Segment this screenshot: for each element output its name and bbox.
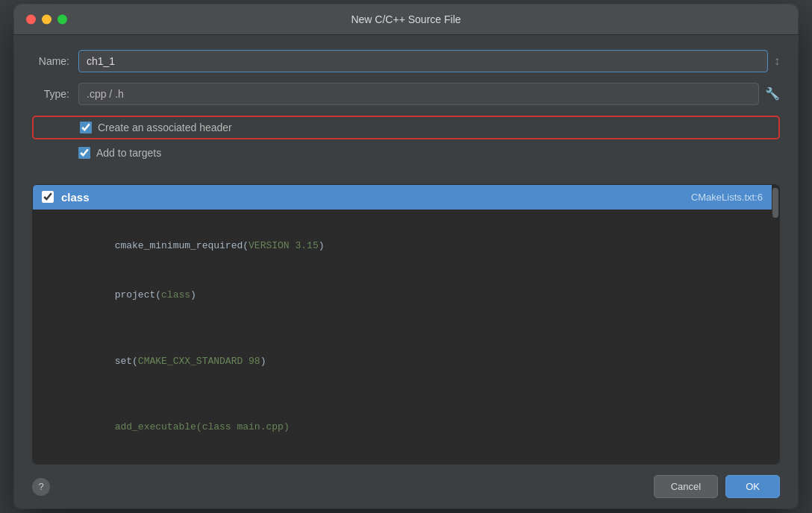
code-line-1: cmake_minimum_required(VERSION 3.15) [45,221,760,271]
create-header-row: Create an associated header [32,116,780,139]
code-line-2: project(class) [45,271,760,320]
code-line-5 [45,386,760,403]
maximize-button[interactable] [57,14,67,24]
create-header-label: Create an associated header [98,122,232,133]
code-paren-close: ) [319,240,325,251]
cancel-button[interactable]: Cancel [654,475,718,498]
code-line-6: add_executable(class main.cpp) [45,403,760,452]
name-input-wrapper: ↕ [78,50,780,72]
name-input[interactable] [78,50,768,72]
type-select-wrapper: .cpp / .h .cpp only .h only 🔧 [78,83,780,105]
add-to-targets-label: Add to targets [96,147,161,159]
code-text: cmake_minimum_required( [115,240,249,251]
help-button[interactable]: ? [32,478,50,496]
code-line-3 [45,320,760,336]
code-project-text: project( [115,289,161,300]
titlebar: New C/C++ Source File [14,4,798,35]
content-area: Name: ↕ Type: .cpp / .h .cpp only .h onl… [14,35,798,181]
code-set-arg: CMAKE_CXX_STANDARD 98 [138,356,260,367]
type-label: Type: [32,88,69,100]
sort-icon[interactable]: ↕ [774,54,780,68]
type-row: Type: .cpp / .h .cpp only .h only 🔧 [32,83,780,105]
target-file-ref: CMakeLists.txt:6 [691,192,763,203]
target-checkbox[interactable] [42,191,54,203]
add-to-targets-checkbox[interactable] [78,147,90,159]
minimize-button[interactable] [42,14,51,24]
code-set-paren: ) [260,356,266,367]
code-set-text: set( [115,356,138,367]
close-button[interactable] [26,14,36,24]
targets-content: class CMakeLists.txt:6 cmake_minimum_req… [33,185,772,464]
dialog: New C/C++ Source File Name: ↕ Type: .cpp… [14,4,798,509]
target-name: class [61,191,684,204]
name-label: Name: [32,55,69,67]
footer: ? Cancel OK [14,465,798,509]
footer-actions: Cancel OK [654,475,780,498]
ok-button[interactable]: OK [725,475,780,498]
dialog-title: New C/C++ Source File [351,13,460,25]
code-line-4: set(CMAKE_CXX_STANDARD 98) [45,337,760,386]
targets-area: class CMakeLists.txt:6 cmake_minimum_req… [32,184,780,465]
code-project-arg: class [161,289,190,300]
code-version-text: VERSION 3.15 [249,240,319,251]
panel-wrapper: class CMakeLists.txt:6 cmake_minimum_req… [33,185,779,464]
name-row: Name: ↕ [32,50,780,72]
titlebar-buttons [26,14,67,24]
target-row[interactable]: class CMakeLists.txt:6 [33,185,772,210]
create-header-checkbox[interactable] [80,122,92,133]
type-select[interactable]: .cpp / .h .cpp only .h only [78,83,759,105]
scrollbar[interactable] [772,185,779,464]
code-add-exe-paren: ) [284,421,290,432]
wrench-icon[interactable]: 🔧 [765,86,780,101]
code-area: cmake_minimum_required(VERSION 3.15) pro… [33,210,772,464]
code-add-exe-text: add_executable( [115,421,202,432]
scrollbar-thumb[interactable] [772,188,778,218]
add-to-targets-row: Add to targets [32,147,780,159]
code-add-exe-arg1: class main.cpp [202,421,284,432]
code-project-paren: ) [190,289,196,300]
